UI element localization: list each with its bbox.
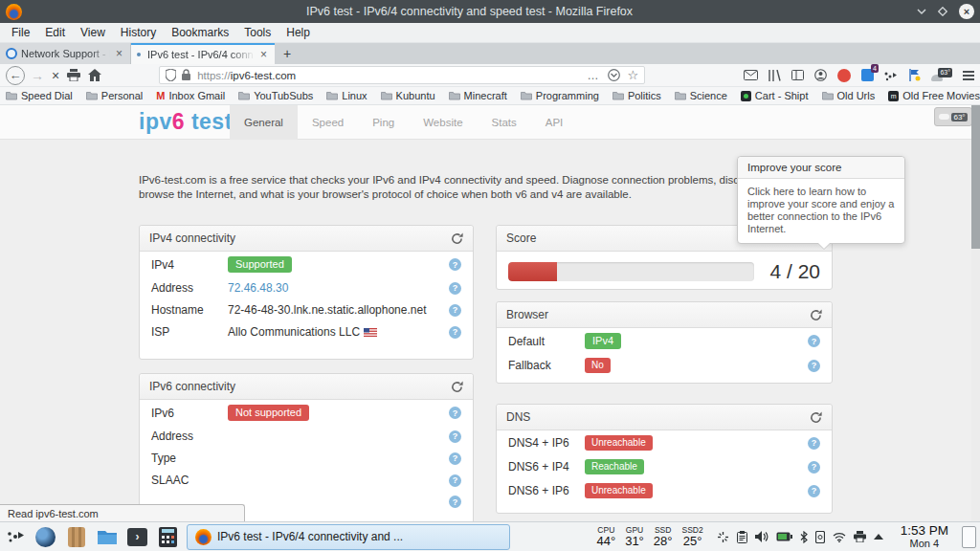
bookmark-politics[interactable]: Politics — [612, 90, 661, 101]
table-row: Fallback No ? — [497, 353, 832, 377]
bluetooth-icon[interactable] — [800, 531, 808, 543]
extension-notify-icon[interactable]: 4 — [861, 69, 874, 81]
refresh-icon[interactable] — [810, 309, 822, 321]
bookmark-programming[interactable]: Programming — [521, 90, 599, 101]
bookmark-star-icon[interactable]: ☆ — [628, 68, 639, 82]
updates-icon[interactable] — [717, 531, 729, 543]
menu-tools[interactable]: Tools — [236, 26, 278, 39]
scrollbar[interactable] — [971, 105, 980, 521]
card-header: Browser — [497, 302, 832, 328]
site-tab-stats[interactable]: Stats — [478, 105, 531, 140]
bookmark-old-urls[interactable]: Old Urls — [822, 90, 876, 101]
help-icon[interactable]: ? — [449, 282, 461, 295]
tab-close-icon[interactable]: × — [114, 47, 124, 60]
help-icon[interactable]: ? — [808, 485, 820, 497]
library-icon[interactable] — [768, 70, 781, 81]
help-icon[interactable]: ? — [449, 496, 461, 508]
help-icon[interactable]: ? — [808, 360, 820, 372]
forward-button[interactable]: → — [31, 68, 44, 83]
help-icon[interactable]: ? — [808, 461, 820, 474]
bookmark-linux[interactable]: Linux — [326, 90, 367, 101]
scrollbar-thumb[interactable] — [971, 105, 980, 249]
sidebar-toggle-icon[interactable] — [791, 70, 804, 80]
mail-icon[interactable] — [744, 70, 758, 80]
refresh-icon[interactable] — [451, 232, 463, 245]
bookmark-inbox-gmail[interactable]: M Inbox Gmail — [156, 90, 225, 101]
device-icon[interactable] — [815, 531, 825, 543]
site-logo[interactable]: ipv6 test — [139, 109, 233, 135]
adblocker-icon[interactable] — [837, 69, 851, 82]
menu-edit[interactable]: Edit — [37, 26, 73, 39]
browser-launcher-icon[interactable] — [34, 526, 56, 548]
bookmark-youtubsubs[interactable]: YouTubSubs — [238, 90, 313, 101]
privacy-dots-icon[interactable] — [884, 70, 898, 81]
print-icon[interactable] — [67, 69, 80, 81]
maximize-button[interactable] — [938, 7, 947, 16]
shade-window-button[interactable] — [917, 9, 926, 15]
show-desktop-button[interactable] — [962, 526, 976, 548]
tab-network-support[interactable]: Network Support - Po × — [0, 43, 131, 64]
site-tab-general[interactable]: General — [230, 105, 298, 140]
tracking-shield-icon[interactable] — [166, 69, 176, 81]
printer-icon[interactable] — [854, 531, 866, 542]
table-row: Type ? — [140, 447, 473, 469]
clock[interactable]: 1:53 PM Mon 4 — [901, 524, 948, 550]
refresh-icon[interactable] — [810, 411, 822, 424]
pocket-icon[interactable] — [608, 69, 620, 81]
help-icon[interactable]: ? — [449, 407, 461, 419]
padlock-icon[interactable] — [181, 69, 191, 81]
tray-expand-icon[interactable] — [874, 534, 883, 540]
files-launcher-icon[interactable] — [65, 526, 87, 548]
site-tab-website[interactable]: Website — [409, 105, 477, 140]
help-icon[interactable]: ? — [449, 326, 461, 339]
menu-history[interactable]: History — [113, 26, 164, 39]
menu-bookmarks[interactable]: Bookmarks — [164, 26, 236, 39]
volume-icon[interactable] — [755, 531, 768, 542]
home-icon[interactable] — [88, 69, 101, 81]
back-button[interactable]: ← — [6, 66, 25, 85]
tab-ipv6-test[interactable]: IPv6 test - IPv6/4 conn × — [131, 43, 275, 64]
terminal-launcher-icon[interactable]: › — [126, 526, 148, 548]
account-icon[interactable] — [814, 69, 827, 81]
calculator-launcher-icon[interactable] — [157, 526, 179, 548]
bookmark-cart-shipt[interactable]: Cart - Shipt — [741, 90, 809, 101]
close-window-button[interactable]: × — [959, 4, 974, 19]
help-icon[interactable]: ? — [808, 437, 820, 450]
url-bar[interactable]: https://ipv6-test.com … ☆ — [159, 66, 645, 84]
new-tab-button[interactable]: + — [275, 43, 300, 64]
site-tab-speed[interactable]: Speed — [298, 105, 358, 140]
bookmark-science[interactable]: Science — [675, 90, 727, 101]
site-tab-ping[interactable]: Ping — [358, 105, 409, 140]
site-tab-api[interactable]: API — [531, 105, 578, 140]
menu-help[interactable]: Help — [278, 26, 318, 39]
weather-widget[interactable]: 63° — [934, 107, 972, 126]
bookmark-minecraft[interactable]: Minecraft — [449, 90, 507, 101]
wifi-icon[interactable] — [833, 532, 846, 542]
flag-extension-icon[interactable] — [908, 69, 921, 81]
menu-file[interactable]: File — [4, 26, 37, 39]
bookmark-kubuntu[interactable]: Kubuntu — [381, 90, 435, 101]
weather-extension-icon[interactable]: 63° — [931, 68, 952, 82]
help-icon[interactable]: ? — [449, 304, 461, 317]
firefox-window-button[interactable]: IPv6 test - IPv6/4 connectivity and ... — [187, 524, 510, 550]
address-link[interactable]: 72.46.48.30 — [228, 281, 288, 295]
help-icon[interactable]: ? — [449, 430, 461, 443]
bookmark-old-free-movies[interactable]: m Old Free Movies — [888, 90, 980, 101]
help-icon[interactable]: ? — [449, 452, 461, 465]
bookmark-speed-dial[interactable]: Speed Dial — [6, 90, 73, 101]
stop-button[interactable]: × — [52, 68, 59, 83]
improve-score-tooltip[interactable]: Improve your score Click here to learn h… — [737, 156, 905, 244]
tab-close-icon[interactable]: × — [258, 48, 269, 61]
battery-icon[interactable] — [776, 532, 792, 541]
app-menu-icon[interactable] — [963, 71, 974, 80]
applications-menu-icon[interactable] — [4, 526, 26, 548]
menu-view[interactable]: View — [73, 26, 113, 39]
help-icon[interactable]: ? — [808, 335, 820, 347]
bookmark-personal[interactable]: Personal — [86, 90, 143, 101]
help-icon[interactable]: ? — [449, 474, 461, 487]
help-icon[interactable]: ? — [449, 258, 461, 271]
clipboard-icon[interactable] — [737, 531, 747, 543]
refresh-icon[interactable] — [451, 381, 463, 393]
page-actions-icon[interactable]: … — [588, 69, 600, 82]
folder-launcher-icon[interactable] — [96, 526, 118, 548]
